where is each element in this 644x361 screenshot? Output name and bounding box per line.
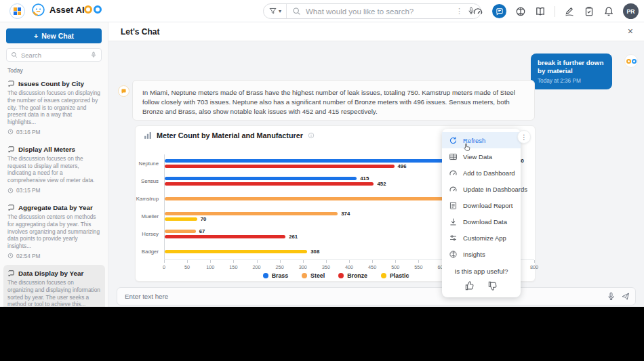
menu-item-add-to-dashboard[interactable]: Add to Dashboard <box>442 165 521 181</box>
chat-title-bar: Let's Chat × <box>108 22 644 41</box>
new-chat-button[interactable]: + New Chat <box>6 28 102 43</box>
x-axis-tick <box>233 260 234 263</box>
user-avatar[interactable]: PR <box>623 3 639 19</box>
send-icon[interactable] <box>621 292 630 301</box>
sidebar-section-label: Today <box>7 67 23 74</box>
chart-bar[interactable] <box>165 197 490 200</box>
chat-bubble-icon <box>7 204 15 211</box>
x-axis-tick-label: 200 <box>247 264 267 270</box>
company-logo <box>84 5 102 14</box>
menu-item-download-report[interactable]: Download Report <box>442 197 521 213</box>
chevron-down-icon: ▾ <box>279 8 281 14</box>
chart-bar[interactable] <box>165 182 374 186</box>
legend-label: Brass <box>272 272 288 279</box>
chat-item-time: 03:15 PM <box>16 187 41 194</box>
gauge-icon <box>449 185 458 194</box>
top-header-bar: Asset AI ▾ What would you like to search… <box>0 0 644 22</box>
report-icon <box>449 201 458 210</box>
clock-icon <box>7 188 14 194</box>
notifications-bell-icon[interactable] <box>603 6 614 17</box>
x-axis-tick-label: 100 <box>200 264 220 270</box>
chat-input[interactable]: Enter text here <box>123 293 601 300</box>
chat-bubble-icon <box>7 270 15 277</box>
x-axis-tick-label: 550 <box>408 264 428 270</box>
search-scope-dropdown[interactable]: ▾ <box>264 4 287 18</box>
chat-bubble-icon <box>7 80 15 87</box>
kebab-icon: ⋮ <box>521 133 527 141</box>
legend-label: Plastic <box>390 272 409 279</box>
feedback-question: Is this app useful? <box>442 268 521 275</box>
legend-item-bronze[interactable]: Bronze <box>338 272 367 279</box>
chat-item-time: 02:54 PM <box>16 253 41 259</box>
app-title: Asset AI <box>49 5 85 15</box>
app-launcher-icon[interactable] <box>9 3 25 19</box>
x-axis-tick <box>164 260 165 263</box>
y-axis-label: Neptune <box>136 161 159 167</box>
signature-pen-icon[interactable] <box>564 6 575 17</box>
insights-brain-icon[interactable] <box>515 6 526 17</box>
new-chat-label: New Chat <box>41 32 74 40</box>
chat-item-title: Issues Count by City <box>18 80 84 87</box>
menu-item-label: Download Report <box>463 202 512 209</box>
legend-dot <box>338 273 344 278</box>
sidebar-search-placeholder: Search <box>21 51 87 59</box>
thumbs-up-icon[interactable] <box>464 280 476 292</box>
bar-value-label: 496 <box>398 163 407 169</box>
info-icon[interactable] <box>308 132 315 139</box>
top-toolbar: PR <box>472 0 639 22</box>
refresh-icon <box>449 136 458 145</box>
legend-item-plastic[interactable]: Plastic <box>381 272 409 279</box>
chat-item-title: Display All Meters <box>18 146 75 153</box>
user-message-text: break it further down by material <box>538 59 605 75</box>
bot-avatar <box>118 85 129 97</box>
mic-icon[interactable] <box>90 51 97 58</box>
chart-title: Meter Count by Material and Manufacturer <box>157 131 303 140</box>
tasks-clipboard-icon[interactable] <box>584 6 595 17</box>
chart-bar[interactable] <box>165 230 196 233</box>
chart-bar[interactable] <box>165 177 357 180</box>
chart-bar[interactable] <box>165 217 197 221</box>
chat-history-sidebar: + New Chat Search Today Issues Count by … <box>0 22 108 307</box>
search-options-icon[interactable]: ⋮ <box>451 7 467 16</box>
thumbs-down-icon[interactable] <box>487 280 499 292</box>
menu-item-insights[interactable]: Insights <box>442 246 521 262</box>
legend-item-brass[interactable]: Brass <box>263 272 288 279</box>
chat-item-title: Data Display by Year <box>18 270 83 277</box>
menu-item-label: Add to Dashboard <box>463 169 515 177</box>
menu-item-update-in-dashboards[interactable]: Update In Dashboards <box>442 181 521 197</box>
bar-value-label: 308 <box>310 248 319 254</box>
menu-item-customize-app[interactable]: Customize App <box>442 230 521 246</box>
chat-assistant-icon[interactable] <box>492 4 506 18</box>
sliders-icon <box>449 234 458 242</box>
knowledge-book-icon[interactable] <box>535 6 546 17</box>
chat-history-item[interactable]: Issues Count by City The discussion focu… <box>3 75 105 140</box>
chat-item-description: The discussion focuses on the request to… <box>7 155 101 184</box>
chart-bar[interactable] <box>165 235 285 238</box>
chat-history-item[interactable]: Display All Meters The discussion focuse… <box>3 141 105 198</box>
y-axis-label: Hersey <box>136 231 159 237</box>
waffle-grid <box>14 7 21 15</box>
chat-history-item[interactable]: Aggregate Data by Year The discussion ce… <box>3 199 105 263</box>
menu-item-view-data[interactable]: View Data <box>442 148 521 165</box>
feedback-section: Is this app useful? <box>442 268 521 292</box>
plus-icon: + <box>34 32 38 40</box>
chart-bar[interactable] <box>165 165 395 168</box>
chart-bar[interactable] <box>165 250 307 253</box>
gauge-icon <box>449 169 458 177</box>
chat-input-bar[interactable]: Enter text here <box>117 287 636 305</box>
legend-item-steel[interactable]: Steel <box>302 272 325 279</box>
chart-menu-button[interactable]: ⋮ <box>517 130 531 144</box>
input-mic-icon[interactable] <box>607 292 616 301</box>
menu-item-label: Download Data <box>463 218 507 226</box>
chart-bar[interactable] <box>165 212 338 215</box>
x-axis-tick-label: 150 <box>223 264 243 270</box>
x-axis-tick <box>534 260 535 263</box>
dashboard-gauge-icon[interactable] <box>472 6 483 17</box>
search-input[interactable]: What would you like to search? <box>306 7 451 16</box>
app-window: Asset AI ▾ What would you like to search… <box>0 0 644 361</box>
close-icon[interactable]: × <box>628 26 633 37</box>
menu-item-download-data[interactable]: Download Data <box>442 213 521 230</box>
sidebar-search-input[interactable]: Search <box>6 48 102 62</box>
menu-item-refresh[interactable]: Refresh <box>442 132 521 148</box>
global-search-bar[interactable]: ▾ What would you like to search? ⋮ <box>263 3 481 19</box>
